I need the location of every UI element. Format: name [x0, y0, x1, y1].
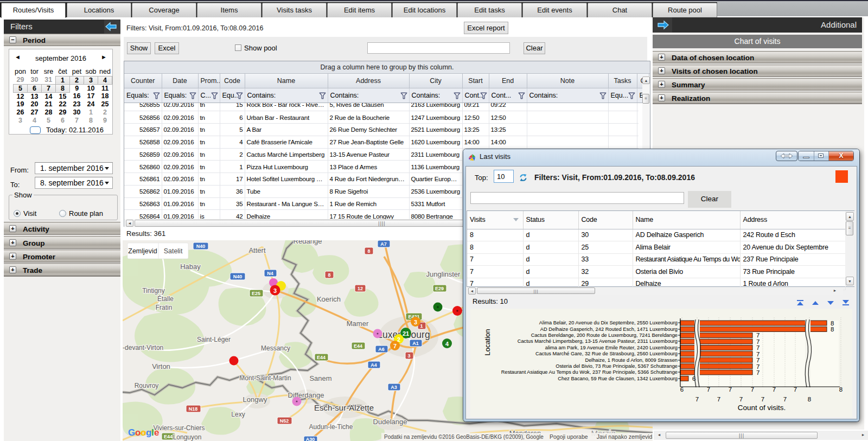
svg-text:Virton: Virton [152, 362, 170, 370]
svg-text:N40: N40 [233, 274, 242, 279]
svg-text:6: 6 [692, 375, 695, 382]
svg-text:Longuyon: Longuyon [173, 433, 202, 441]
svg-text:8: 8 [808, 396, 811, 402]
svg-text:7: 7 [717, 396, 720, 402]
svg-text:A7: A7 [380, 241, 387, 247]
svg-text:Pogoji uporabe: Pogoji uporabe [550, 433, 588, 440]
svg-text:Lexy: Lexy [231, 411, 245, 418]
svg-text:Tintigny: Tintigny [142, 287, 165, 295]
svg-text:eix-devant-Virton: eix-devant-Virton [123, 344, 163, 351]
svg-text:A6: A6 [378, 347, 385, 352]
svg-text:Satelit: Satelit [164, 247, 183, 255]
svg-text:7: 7 [739, 396, 743, 402]
svg-text:7: 7 [751, 386, 754, 393]
svg-text:Osteria del Bivio, 73 Rue Prin: Osteria del Bivio, 73 Rue Principale, 53… [556, 363, 678, 369]
svg-text:Messancy: Messancy [261, 344, 290, 352]
svg-text:E44: E44 [164, 434, 173, 439]
svg-text:3: 3 [414, 319, 417, 325]
svg-text:o: o [141, 427, 146, 438]
svg-text:3: 3 [407, 353, 410, 359]
svg-text:Delhaize, 1 Route d Arlon, 800: Delhaize, 1 Route d Arlon, 8009 Strassen [585, 357, 678, 363]
svg-text:7: 7 [773, 386, 776, 393]
svg-text:Dudelange: Dudelange [373, 418, 407, 426]
svg-text:Alima Belair, 20 Avenue du Dix: Alima Belair, 20 Avenue du Dix Septembre… [539, 320, 678, 325]
svg-text:A3: A3 [391, 385, 397, 390]
svg-text:12: 12 [358, 286, 363, 291]
svg-text:A4: A4 [371, 362, 377, 368]
svg-text:Mamer: Mamer [347, 319, 369, 328]
svg-text:Count of visits.: Count of visits. [738, 404, 786, 412]
svg-text:7: 7 [756, 344, 760, 351]
svg-text:N40: N40 [196, 244, 206, 249]
svg-text:Zemljevid: Zemljevid [128, 247, 157, 255]
svg-text:Esch-sur-Alzette: Esch-sur-Alzette [314, 403, 374, 412]
svg-text:Chez Bacano, 59 Rue de Clausen: Chez Bacano, 59 Rue de Clausen, 1342 Lux… [558, 376, 678, 381]
svg-text:E25: E25 [252, 291, 260, 296]
svg-text:Étalle: Étalle [157, 295, 174, 303]
svg-text:Junglinster: Junglinster [426, 270, 461, 278]
svg-text:8: 8 [367, 248, 370, 254]
svg-text:4: 4 [445, 341, 449, 347]
svg-text:A1: A1 [412, 341, 419, 346]
svg-text:8: 8 [839, 386, 843, 393]
svg-text:1: 1 [420, 323, 423, 329]
svg-text:8: 8 [831, 326, 834, 333]
svg-text:7: 7 [756, 357, 760, 363]
svg-text:o: o [135, 427, 141, 438]
svg-text:7: 7 [794, 386, 797, 393]
svg-text:Longwy: Longwy [243, 395, 267, 404]
svg-text:E44: E44 [354, 343, 362, 349]
svg-text:Cactus Bereldange, 200 Route d: Cactus Bereldange, 200 Route de Luxembou… [531, 333, 678, 338]
svg-text:Differdange: Differdange [288, 391, 324, 399]
svg-text:Attert: Attert [248, 246, 265, 254]
svg-text:alima am Park, 19 Avenue Emile: alima am Park, 19 Avenue Emile Reuter, 2… [545, 345, 678, 350]
svg-text:Sanem: Sanem [309, 374, 331, 382]
svg-text:g: g [146, 427, 151, 438]
svg-text:Redange: Redange [293, 240, 322, 245]
svg-text:Mont-Saint-Martin: Mont-Saint-Martin [239, 374, 291, 382]
svg-text:Location: Location [483, 329, 492, 355]
svg-text:7: 7 [783, 396, 787, 402]
svg-text:Cactus Marché Limpertsberg, 13: Cactus Marché Limpertsberg, 13-15 Avenue… [518, 338, 678, 344]
svg-text:N52: N52 [280, 418, 289, 424]
svg-text:7: 7 [729, 386, 732, 393]
svg-text:Fratin: Fratin [156, 304, 173, 311]
svg-text:21: 21 [403, 330, 409, 337]
svg-text:Habay: Habay [180, 263, 201, 271]
svg-text:7: 7 [695, 396, 699, 402]
svg-text:Podatki na zemljevidu ©2016 Ge: Podatki na zemljevidu ©2016 GeoBasis-DE/… [384, 434, 544, 440]
svg-text:E44: E44 [317, 355, 326, 360]
svg-text:Audun-le-Tiche: Audun-le-Tiche [309, 423, 353, 431]
svg-text:7: 7 [707, 386, 710, 393]
svg-text:E29: E29 [435, 286, 444, 291]
svg-text:7: 7 [756, 369, 760, 376]
svg-text:Saint-Léger: Saint-Léger [197, 336, 231, 343]
svg-text:G: G [128, 427, 135, 438]
svg-text:8: 8 [328, 272, 330, 278]
svg-text:N18: N18 [189, 406, 198, 412]
svg-text:Cactus Marché Gare, 32 Rue de: Cactus Marché Gare, 32 Rue de Strasbourg… [535, 351, 678, 356]
svg-text:Restaurant Asiatique Au Temps: Restaurant Asiatique Au Temps du Wok, 23… [501, 369, 678, 375]
svg-text:AD Delhaize Gasperich, 242 Rou: AD Delhaize Gasperich, 242 Routed Esch, … [540, 327, 678, 332]
svg-text:N4: N4 [267, 271, 273, 276]
svg-text:Viviers-sur-Chiers: Viviers-sur-Chiers [153, 424, 205, 432]
svg-text:Rouvroy: Rouvroy [135, 382, 159, 389]
svg-text:7: 7 [756, 332, 760, 338]
svg-text:Koerich: Koerich [317, 295, 341, 303]
svg-text:3: 3 [273, 287, 277, 294]
svg-text:Javi napako zemljevida: Javi napako zemljevida [597, 433, 653, 440]
svg-text:7: 7 [761, 396, 764, 402]
svg-text:7: 7 [393, 343, 397, 349]
svg-text:e: e [154, 427, 159, 438]
svg-text:A30: A30 [306, 437, 315, 441]
svg-text:6: 6 [680, 386, 684, 393]
